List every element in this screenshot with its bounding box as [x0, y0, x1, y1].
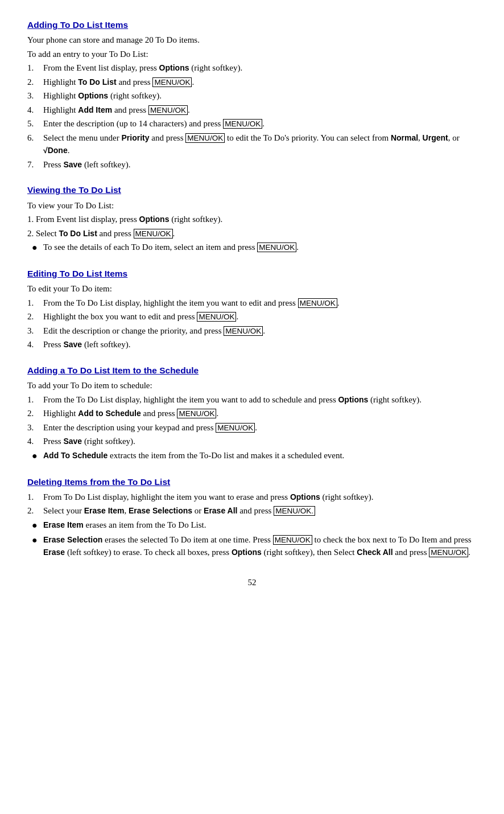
boxed-menuok: MENU/OK	[273, 535, 312, 545]
boxed-menuok: MENU/OK	[134, 229, 173, 239]
step-content: From To Do List display, highlight the i…	[43, 491, 477, 504]
intro-line-2: To add an entry to your To Do List:	[27, 48, 477, 61]
step-num: 1.	[27, 393, 43, 406]
step-num: 1.	[27, 61, 43, 75]
step-2: 2. Highlight the box you want to edit an…	[27, 310, 477, 323]
section-body-deleting-todo: 1. From To Do List display, highlight th…	[27, 491, 477, 559]
term-options: Options	[78, 91, 108, 100]
steps-list-schedule: 1. From the To Do List display, highligh…	[27, 393, 477, 448]
term-eraseitem-bullet: Erase Item	[43, 520, 84, 529]
term-save: Save	[63, 437, 82, 446]
step-1: 1. From the Event list display, press Op…	[27, 61, 477, 75]
term-normal: Normal	[391, 133, 418, 142]
boxed-menuok: MENU/OK	[298, 298, 337, 308]
term-addtoschedule: Add to Schedule	[78, 409, 141, 418]
bullet-dot: ●	[32, 519, 43, 532]
step-num: 3.	[27, 89, 43, 102]
boxed-menuok: MENU/OK	[185, 133, 225, 143]
term-todolist: To Do List	[59, 229, 97, 238]
step-num: 7.	[27, 158, 43, 171]
step-content: Highlight the box you want to edit and p…	[43, 310, 477, 323]
term-done: √Done	[43, 146, 68, 155]
term-eraseselection-bullet: Erase Selection	[43, 535, 102, 544]
bullet-dot: ●	[32, 533, 43, 559]
bullet-dot: ●	[32, 241, 43, 254]
bullet-list-deleting: ● Erase Item erases an item from the To …	[32, 519, 477, 559]
boxed-menuok: MENU/OK	[216, 423, 255, 433]
boxed-menuok: MENU/OK	[148, 105, 188, 115]
step-2: 2. Highlight Add to Schedule and press M…	[27, 407, 477, 420]
intro-viewing: To view your To Do List:	[27, 199, 477, 212]
step-7: 7. Press Save (left softkey).	[27, 158, 477, 171]
bullet-list-viewing: ● To see the details of each To Do item,…	[32, 241, 477, 254]
term-options: Options	[338, 395, 368, 404]
section-title-deleting-todo: Deleting Items from the To Do List	[27, 475, 477, 488]
term-options: Options	[139, 215, 170, 224]
step-content: From the To Do List display, highlight t…	[43, 393, 477, 406]
boxed-menuok: MENU/OK	[257, 242, 296, 252]
step-content: Enter the description using your keypad …	[43, 421, 477, 434]
steps-list-editing: 1. From the To Do List display, highligh…	[27, 297, 477, 351]
step-content: Highlight Add Item and press MENU/OK.	[43, 104, 477, 117]
step-num: 4.	[27, 104, 43, 117]
step-content: Select your Erase Item, Erase Selections…	[43, 504, 477, 517]
boxed-menuok: MENU/OK	[224, 326, 263, 336]
bullet-item-schedule: ● Add To Schedule extracts the item from…	[32, 449, 477, 463]
term-save: Save	[63, 340, 82, 349]
step-num: 6.	[27, 131, 43, 157]
step-num: 2.	[27, 407, 43, 420]
term-additem: Add Item	[78, 105, 112, 114]
step-3: 3. Edit the description or change the pr…	[27, 324, 477, 338]
step-num: 1.	[27, 297, 43, 310]
intro-line-1: Your phone can store and manage 20 To Do…	[27, 34, 477, 47]
term-erase: Erase	[43, 548, 65, 557]
page-number: 52	[27, 576, 477, 589]
section-deleting-todo: Deleting Items from the To Do List 1. Fr…	[27, 475, 477, 559]
bullet-item-1: ● To see the details of each To Do item,…	[32, 241, 477, 254]
step-content: Highlight To Do List and press MENU/OK.	[43, 76, 477, 89]
section-body-adding-todo: Your phone can store and manage 20 To Do…	[27, 34, 477, 171]
boxed-menuok: MENU/OK.	[274, 506, 315, 516]
boxed-menuok: MENU/OK	[177, 409, 216, 418]
boxed-menuok: MENU/OK	[223, 119, 262, 129]
term-options-bullet: Options	[232, 548, 262, 557]
step-content: Enter the description (up to 14 characte…	[43, 117, 477, 130]
bullet-dot: ●	[32, 449, 43, 463]
section-title-editing-todo: Editing To Do List Items	[27, 267, 477, 280]
step-inline-1: 1. From Event list display, press Option…	[27, 213, 477, 226]
term-options: Options	[159, 63, 189, 72]
step-num: 3.	[27, 421, 43, 434]
step-content: Select the menu under Priority and press…	[43, 131, 477, 157]
step-num: 4.	[27, 435, 43, 448]
step-num: 4.	[27, 338, 43, 351]
step-3: 3. Enter the description using your keyp…	[27, 421, 477, 434]
bullet-eraseitem: ● Erase Item erases an item from the To …	[32, 519, 477, 532]
step-2: 2. Highlight To Do List and press MENU/O…	[27, 76, 477, 89]
step-num: 2.	[27, 76, 43, 89]
step-num: 1.	[27, 491, 43, 504]
step-content: Highlight Add to Schedule and press MENU…	[43, 407, 477, 420]
step-num: 2.	[27, 310, 43, 323]
term-priority: Priority	[121, 133, 149, 142]
term-checkall: Check All	[357, 548, 393, 557]
bullet-content: Add To Schedule extracts the item from t…	[43, 449, 477, 463]
section-viewing-todo: Viewing the To Do List To view your To D…	[27, 183, 477, 254]
bullet-content: Erase Selection erases the selected To D…	[43, 533, 477, 559]
bullet-list-schedule: ● Add To Schedule extracts the item from…	[32, 449, 477, 463]
steps-list-adding: 1. From the Event list display, press Op…	[27, 61, 477, 171]
section-body-editing-todo: To edit your To Do item: 1. From the To …	[27, 282, 477, 351]
step-content: Press Save (right softkey).	[43, 435, 477, 448]
term-options: Options	[290, 492, 320, 501]
step-4: 4. Highlight Add Item and press MENU/OK.	[27, 104, 477, 117]
term-eraseall: Erase All	[204, 506, 237, 515]
term-eraseitem: Erase Item	[84, 506, 125, 515]
term-urgent: Urgent	[423, 133, 448, 142]
section-adding-todo: Adding To Do List Items Your phone can s…	[27, 18, 477, 171]
step-content: From the Event list display, press Optio…	[43, 61, 477, 75]
section-body-adding-schedule: To add your To Do item to schedule: 1. F…	[27, 379, 477, 463]
term-todolist: To Do List	[78, 77, 116, 87]
step-inline-2: 2. Select To Do List and press MENU/OK.	[27, 227, 477, 240]
bullet-content: Erase Item erases an item from the To Do…	[43, 519, 477, 532]
bullet-content: To see the details of each To Do item, s…	[43, 241, 477, 254]
step-content: From the To Do List display, highlight t…	[43, 297, 477, 310]
